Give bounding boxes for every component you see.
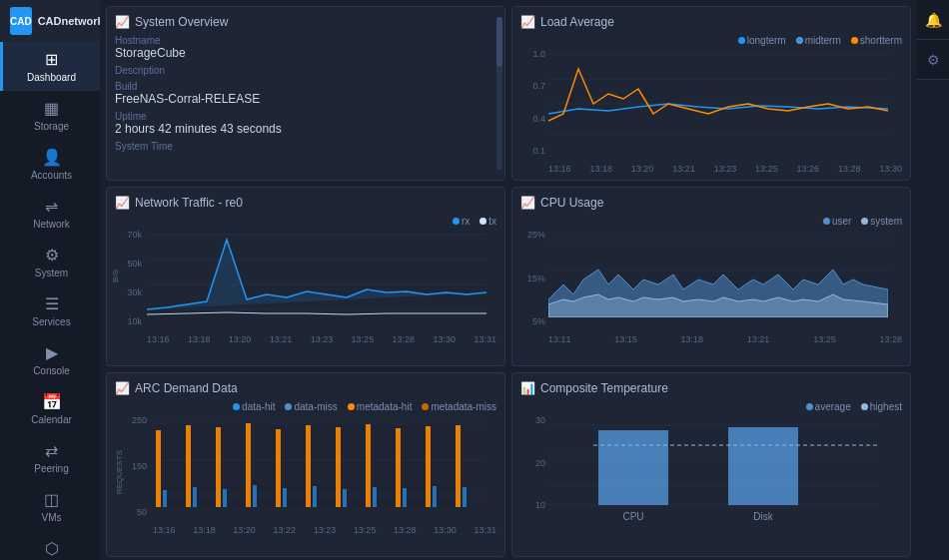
cpu-y-axis: 25% 15% 5% bbox=[520, 230, 548, 326]
svg-rect-28 bbox=[396, 428, 401, 507]
composite-temp-panel: 📊 Composite Temperature average highest … bbox=[511, 372, 911, 557]
chart-line-icon: 📈 bbox=[115, 15, 130, 29]
svg-rect-35 bbox=[283, 488, 287, 507]
svg-rect-32 bbox=[193, 487, 197, 507]
alert-icon[interactable]: 🔔 bbox=[917, 0, 949, 40]
system-icon: ⚙ bbox=[45, 246, 59, 265]
sidebar-item-services[interactable]: ☰ Services bbox=[0, 286, 100, 335]
network-chart-svg bbox=[147, 230, 486, 329]
cpu-chart-container: 25% 15% 5% 13:11 bbox=[520, 230, 902, 344]
cpu-x-axis: 13:11 13:15 13:18 13:21 13:25 13:28 bbox=[548, 332, 902, 344]
description-label: Description bbox=[115, 65, 496, 76]
svg-rect-34 bbox=[253, 485, 257, 507]
scroll-indicator[interactable] bbox=[496, 17, 502, 170]
temp-y-axis: 30 20 10 bbox=[520, 415, 548, 510]
logo-icon: CAD bbox=[10, 7, 32, 35]
calendar-icon: 📅 bbox=[42, 392, 62, 411]
sidebar-label-storage: Storage bbox=[34, 121, 69, 132]
svg-rect-39 bbox=[403, 488, 407, 507]
load-legend-midterm: midterm bbox=[796, 35, 841, 46]
services-icon: ☰ bbox=[45, 294, 59, 313]
sidebar-item-docker[interactable]: ⬡ Docker bbox=[0, 531, 100, 560]
arc-chart-svg bbox=[153, 415, 482, 520]
temp-legend-highest: highest bbox=[861, 401, 902, 412]
sidebar-item-accounts[interactable]: 👤 Accounts bbox=[0, 140, 100, 189]
build-value: FreeNAS-Corral-RELEASE bbox=[115, 92, 496, 106]
dashboard-icon: ⊞ bbox=[45, 50, 58, 69]
arc-legend-data-hit: data-hit bbox=[233, 401, 275, 412]
network-chart-icon: 📈 bbox=[115, 196, 130, 210]
temp-chart-svg: CPU Disk bbox=[548, 415, 878, 525]
hostname-value: StorageCube bbox=[115, 46, 496, 60]
load-average-title: 📈 Load Average bbox=[520, 15, 902, 29]
system-overview-title: 📈 System Overview bbox=[115, 15, 496, 29]
hostname-label: Hostname bbox=[115, 35, 496, 46]
svg-text:CPU: CPU bbox=[622, 511, 643, 522]
cpu-chart-icon: 📈 bbox=[520, 196, 535, 210]
svg-rect-24 bbox=[276, 429, 281, 507]
network-legend: rx tx bbox=[115, 216, 496, 227]
svg-rect-29 bbox=[426, 426, 431, 507]
svg-rect-26 bbox=[336, 427, 341, 507]
svg-rect-41 bbox=[463, 487, 467, 507]
sidebar-item-vms[interactable]: ◫ VMs bbox=[0, 482, 100, 531]
arc-demand-panel: 📈 ARC Demand Data data-hit data-miss met… bbox=[106, 372, 505, 557]
sidebar-item-dashboard[interactable]: ⊞ Dashboard bbox=[0, 42, 100, 91]
settings-icon[interactable]: ⚙ bbox=[917, 40, 949, 80]
systemtime-label: System Time bbox=[115, 141, 496, 152]
sidebar-item-calendar[interactable]: 📅 Calendar bbox=[0, 384, 100, 433]
sidebar-item-system[interactable]: ⚙ System bbox=[0, 238, 100, 286]
svg-rect-38 bbox=[373, 487, 377, 507]
svg-rect-40 bbox=[433, 486, 437, 507]
temp-legend: average highest bbox=[520, 401, 902, 412]
topbar: 🔔 ⚙ bbox=[917, 0, 949, 80]
svg-rect-47 bbox=[728, 427, 798, 505]
load-average-panel: 📈 Load Average longterm midterm shortter… bbox=[511, 6, 911, 181]
arc-y-label: REQUESTS bbox=[115, 450, 124, 494]
sidebar-label-console: Console bbox=[33, 365, 70, 376]
load-legend: longterm midterm shortterm bbox=[520, 35, 902, 46]
sidebar-label-peering: Peering bbox=[34, 463, 68, 474]
uptime-label: Uptime bbox=[115, 111, 496, 122]
sidebar-item-console[interactable]: ▶ Console bbox=[0, 335, 100, 384]
svg-rect-37 bbox=[343, 489, 347, 507]
svg-rect-22 bbox=[216, 427, 221, 507]
load-x-axis: 13:16 13:18 13:20 13:21 13:23 13:25 13:2… bbox=[548, 162, 902, 174]
logo-text: CADnetwork bbox=[38, 15, 104, 27]
temp-chart-icon: 📊 bbox=[520, 381, 535, 395]
dashboard-grid: 📈 System Overview Hostname StorageCube D… bbox=[100, 0, 949, 560]
load-chart-icon: 📈 bbox=[520, 15, 535, 29]
sidebar-label-dashboard: Dashboard bbox=[27, 72, 76, 83]
peering-icon: ⇄ bbox=[45, 441, 58, 460]
sidebar-label-system: System bbox=[35, 268, 68, 279]
arc-demand-title: 📈 ARC Demand Data bbox=[115, 381, 496, 395]
logo-area[interactable]: CAD CADnetwork bbox=[0, 0, 100, 42]
cpu-legend-user: user bbox=[823, 216, 851, 227]
arc-chart-icon: 📈 bbox=[115, 381, 130, 395]
arc-chart-container: 250 150 50 REQUESTS bbox=[115, 415, 496, 535]
docker-icon: ⬡ bbox=[45, 539, 59, 558]
arc-legend-metadata-miss: metadata-miss bbox=[422, 401, 496, 412]
network-legend-tx: tx bbox=[479, 216, 496, 227]
sidebar-label-accounts: Accounts bbox=[31, 170, 72, 181]
svg-rect-36 bbox=[313, 486, 317, 507]
load-y-axis: 1.0 0.7 0.4 0.1 bbox=[520, 49, 548, 156]
cpu-legend: user system bbox=[520, 216, 902, 227]
arc-legend-metadata-hit: metadata-hit bbox=[348, 401, 413, 412]
uptime-value: 2 hours 42 minutes 43 seconds bbox=[115, 122, 496, 136]
cpu-chart-svg bbox=[548, 230, 888, 329]
sidebar-item-network[interactable]: ⇌ Network bbox=[0, 189, 100, 238]
scroll-thumb bbox=[496, 17, 502, 67]
cpu-usage-panel: 📈 CPU Usage user system 25% 15% 5% bbox=[511, 187, 911, 366]
sidebar-item-storage[interactable]: ▦ Storage bbox=[0, 91, 100, 140]
network-icon: ⇌ bbox=[45, 197, 58, 216]
svg-rect-0 bbox=[548, 49, 888, 144]
network-x-axis: 13:16 13:18 13:20 13:21 13:23 13:25 13:2… bbox=[147, 332, 496, 344]
svg-rect-20 bbox=[156, 430, 161, 507]
svg-rect-46 bbox=[598, 430, 668, 505]
svg-text:Disk: Disk bbox=[753, 511, 773, 522]
sidebar-label-network: Network bbox=[33, 219, 70, 230]
arc-x-axis: 13:16 13:18 13:20 13:22 13:23 13:25 13:2… bbox=[153, 523, 496, 535]
sidebar-item-peering[interactable]: ⇄ Peering bbox=[0, 433, 100, 482]
cpu-usage-title: 📈 CPU Usage bbox=[520, 196, 902, 210]
